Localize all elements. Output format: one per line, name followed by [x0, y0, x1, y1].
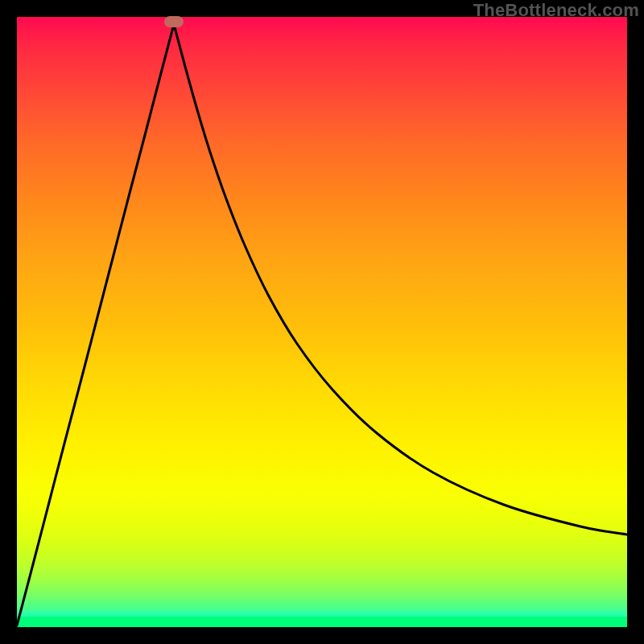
minimum-marker	[164, 16, 184, 27]
chart-frame	[17, 17, 627, 627]
chart-curve-svg	[17, 17, 627, 627]
curve-path	[17, 24, 627, 625]
